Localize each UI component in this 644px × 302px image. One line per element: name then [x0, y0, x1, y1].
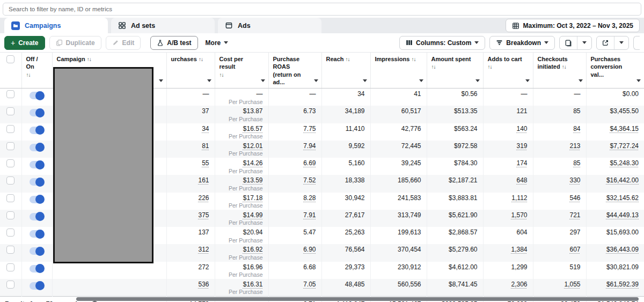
cell-adds-to-cart[interactable]: 1,112 — [488, 194, 528, 203]
cell-purchases[interactable]: 375 — [171, 211, 209, 220]
scrollbar-thumb[interactable] — [76, 297, 639, 301]
row-checkbox[interactable] — [6, 142, 14, 150]
cell-purchases-conversion-value[interactable]: $4,364.15 — [591, 125, 639, 134]
campaign-on-toggle[interactable] — [30, 144, 44, 151]
duplicate-button[interactable]: Duplicate — [49, 36, 101, 50]
more-button[interactable]: More — [202, 36, 232, 50]
cell-purchase-roas[interactable]: 7.05 — [273, 281, 316, 289]
cell-purchases-conversion-value[interactable]: $36,443.09 — [591, 246, 639, 254]
cell-checkouts-initiated[interactable]: 213 — [538, 142, 581, 151]
campaign-name-cell[interactable] — [52, 279, 166, 297]
cell-checkouts-initiated[interactable]: 84 — [538, 125, 581, 134]
cell-checkouts-initiated[interactable]: 721 — [538, 211, 581, 220]
cell-checkouts-initiated[interactable]: 546 — [538, 194, 581, 203]
columns-button[interactable]: Columns: Custom — [399, 36, 485, 50]
cell-purchases[interactable]: 312 — [171, 246, 209, 254]
edit-button[interactable]: Edit — [106, 36, 141, 50]
cell-adds-to-cart[interactable]: 174 — [488, 159, 528, 168]
cell-purchases[interactable]: 81 — [171, 142, 209, 151]
export-button[interactable] — [597, 36, 614, 49]
cell-purchases[interactable]: 226 — [171, 194, 209, 203]
cell-purchases-conversion-value[interactable]: $61,592.39 — [591, 281, 639, 289]
col-checkouts-initiated[interactable]: Checkoutsinitiated ↑↓ — [533, 53, 586, 89]
cell-purchases-conversion-value[interactable]: $7,727.24 — [591, 142, 639, 151]
cell-cost-per-result[interactable]: $14.99 — [219, 211, 263, 220]
cell-purchases-conversion-value[interactable]: $5,248.30 — [591, 159, 639, 168]
export-dropdown[interactable] — [614, 36, 628, 49]
cell-cost-per-result[interactable]: $16.57 — [219, 125, 263, 134]
cell-checkouts-initiated[interactable]: 330 — [538, 176, 581, 185]
campaign-on-toggle[interactable] — [30, 230, 44, 238]
campaign-name-cell[interactable] — [52, 262, 166, 279]
col-purchase-roas[interactable]: Purchase ROAS(return on ad... — [268, 53, 321, 89]
col-amount-spent[interactable]: Amount spent↑↓ — [427, 53, 483, 89]
row-checkbox[interactable] — [6, 229, 14, 237]
cell-adds-to-cart[interactable]: 319 — [488, 142, 528, 151]
campaign-on-toggle[interactable] — [30, 127, 44, 134]
breakdown-button[interactable]: Breakdown — [489, 36, 555, 50]
cell-purchase-roas[interactable]: 6.90 — [273, 246, 316, 254]
filter-caret-icon[interactable] — [363, 79, 367, 82]
table-row[interactable]: 272 $16.96Per Purchase 6.68 29,373 230,9… — [0, 262, 644, 279]
tab-ad-sets[interactable]: Ad sets — [111, 18, 215, 33]
cell-cost-per-result[interactable]: $14.26 — [219, 159, 263, 168]
ab-test-button[interactable]: A/B test — [150, 36, 197, 50]
tab-ads[interactable]: Ads — [218, 18, 321, 33]
row-checkbox[interactable] — [6, 281, 14, 289]
create-button[interactable]: + Create — [4, 36, 45, 50]
campaign-on-toggle[interactable] — [30, 109, 44, 116]
campaign-on-toggle[interactable] — [30, 196, 44, 203]
campaign-on-toggle[interactable] — [30, 247, 44, 255]
row-checkbox[interactable] — [6, 159, 14, 167]
campaign-on-toggle[interactable] — [30, 282, 44, 290]
cell-purchase-roas[interactable]: 8.28 — [273, 194, 316, 203]
campaign-on-toggle[interactable] — [30, 265, 44, 272]
cell-purchases[interactable]: 536 — [171, 281, 209, 289]
campaign-on-toggle[interactable] — [30, 213, 44, 220]
filter-caret-icon[interactable] — [525, 79, 530, 82]
cell-adds-to-cart[interactable]: 1,570 — [488, 211, 528, 220]
row-checkbox[interactable] — [6, 211, 14, 219]
date-range-button[interactable]: Maximum: Oct 3, 2022 – Nov 3, 2025 — [506, 19, 640, 32]
cell-purchases[interactable]: 161 — [171, 176, 209, 185]
cell-purchase-roas[interactable]: 7.75 — [273, 125, 316, 134]
col-cost-per-result[interactable]: Cost per result↑↓ — [215, 53, 268, 89]
cell-cost-per-result[interactable]: $17.18 — [219, 194, 263, 203]
row-checkbox[interactable] — [6, 263, 14, 271]
row-checkbox[interactable] — [6, 90, 14, 98]
filter-caret-icon[interactable] — [475, 79, 480, 82]
filter-caret-icon[interactable] — [314, 79, 318, 82]
cell-purchases-conversion-value[interactable]: $44,449.13 — [591, 211, 639, 220]
cell-cost-per-result[interactable]: $12.01 — [219, 142, 263, 151]
cell-checkouts-initiated[interactable]: 85 — [538, 159, 581, 168]
table-row[interactable]: 536 $16.31Per Purchase 7.05 48,485 560,5… — [0, 279, 644, 297]
campaign-on-toggle[interactable] — [30, 92, 44, 99]
cell-purchases[interactable]: 34 — [171, 125, 209, 134]
row-checkbox[interactable] — [6, 194, 14, 202]
reports-button[interactable] — [560, 36, 577, 49]
filter-caret-icon[interactable] — [419, 79, 423, 82]
cell-purchase-roas[interactable]: 7.52 — [273, 176, 316, 185]
cell-cost-per-result[interactable]: $13.59 — [219, 176, 263, 185]
cell-adds-to-cart[interactable]: 140 — [488, 125, 528, 134]
cell-purchases[interactable]: 55 — [171, 159, 209, 168]
filter-caret-icon[interactable] — [261, 79, 265, 82]
cell-checkouts-initiated[interactable]: 607 — [538, 246, 581, 254]
row-checkbox[interactable] — [6, 125, 14, 133]
row-checkbox[interactable] — [6, 246, 14, 254]
col-purchases-conversion-value[interactable]: Purchasesconversion val... — [586, 53, 644, 89]
cell-adds-to-cart[interactable]: 648 — [488, 176, 528, 185]
tab-campaigns[interactable]: Campaigns — [4, 18, 108, 33]
cell-purchases-conversion-value[interactable]: $16,442.00 — [591, 176, 639, 185]
col-adds-to-cart[interactable]: Adds to cart ↑↓ — [483, 53, 533, 89]
col-impressions[interactable]: Impressions ↑↓ — [370, 53, 427, 89]
cell-purchases-conversion-value[interactable]: $32,145.62 — [591, 194, 639, 203]
campaign-on-toggle[interactable] — [30, 178, 44, 186]
filter-caret-icon[interactable] — [207, 79, 211, 82]
cell-cost-per-result[interactable]: $16.31 — [219, 281, 263, 289]
cell-purchase-roas[interactable]: 7.94 — [273, 142, 316, 151]
cell-adds-to-cart[interactable]: 1,384 — [488, 246, 528, 254]
cell-adds-to-cart[interactable]: 2,306 — [488, 281, 528, 289]
row-checkbox[interactable] — [6, 107, 14, 115]
cell-purchase-roas[interactable]: 6.69 — [273, 159, 316, 168]
